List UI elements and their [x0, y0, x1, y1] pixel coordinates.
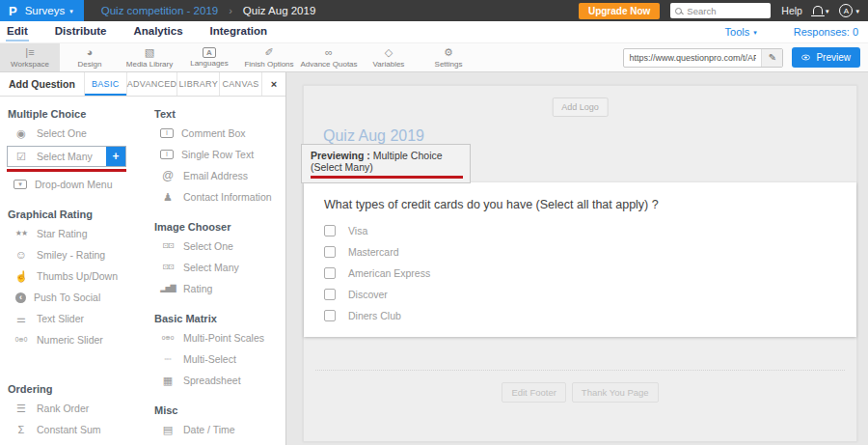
multi-select-icon: ▫▫▫ [160, 353, 176, 365]
image-icon: ▧ [145, 46, 154, 59]
thumbs-up-icon: ☝ [14, 270, 29, 282]
toolbar-label: Languages [190, 59, 229, 68]
preview-button[interactable]: Preview [792, 47, 860, 68]
breadcrumb-parent-link[interactable]: Quiz competition - 2019 [101, 5, 218, 16]
option-checkbox[interactable] [324, 246, 336, 258]
add-question-title: Add Question [0, 72, 84, 96]
question-type-email-address[interactable]: @ Email Address [145, 165, 285, 186]
option-checkbox[interactable] [324, 310, 336, 321]
question-type-date-time[interactable]: ▤ Date / Time [145, 419, 285, 440]
question-type-label: Date / Time [183, 424, 235, 435]
question-preview-panel: What types of credit cards do you have (… [304, 182, 856, 337]
survey-url-input[interactable] [624, 53, 761, 63]
question-type-label: Select Many [183, 262, 239, 273]
question-type-image-select-many[interactable]: ⊡⊡ Select Many [145, 257, 285, 278]
menu-item-analytics[interactable]: Analytics [132, 22, 183, 42]
option-label: Visa [348, 225, 367, 236]
question-type-drag-and-drop[interactable]: ↖ Drag and Drop [0, 440, 145, 445]
tab-library[interactable]: LIBRARY [176, 72, 219, 96]
question-type-multi-select[interactable]: ▫▫▫ Multi-Select [145, 348, 285, 370]
text-input-icon: I [160, 150, 174, 159]
question-type-dropdown-menu[interactable]: ▾ Drop-down Menu [0, 174, 145, 195]
question-type-image-select-one[interactable]: ⊡⊡ Select One [145, 236, 285, 257]
help-link[interactable]: Help [781, 5, 802, 16]
question-type-single-row-text[interactable]: I Single Row Text [145, 144, 285, 165]
question-type-label: Smiley - Rating [37, 249, 105, 261]
image-thumbnails-icon: ⊡⊡ [160, 262, 176, 273]
workspace-icon: |≡ [25, 46, 34, 59]
option-checkbox[interactable] [324, 225, 336, 236]
add-question-type-button[interactable]: + [106, 147, 125, 166]
search-input[interactable] [687, 6, 764, 16]
question-type-label: Contact Information [183, 191, 272, 203]
grid-icon: ▦ [160, 375, 176, 386]
toolbar-item-languages[interactable]: A Languages [179, 43, 239, 71]
tab-advanced[interactable]: ADVANCED [126, 72, 177, 96]
close-icon: × [271, 78, 277, 90]
edit-footer-button[interactable]: Edit Footer [502, 382, 565, 403]
toolbar-item-advance-quotas[interactable]: ∞ Advance Quotas [299, 43, 359, 71]
question-type-comment-box[interactable]: I Comment Box [145, 123, 285, 144]
toolbar-label: Advance Quotas [300, 60, 357, 69]
section-heading-misc: Misc [154, 404, 285, 416]
menu-item-edit[interactable]: Edit [6, 22, 29, 42]
questionpro-logo: P [9, 4, 17, 18]
add-question-tabs: Add Question BASIC ADVANCED LIBRARY CANV… [0, 72, 285, 97]
question-type-label: Spreadsheet [183, 375, 241, 386]
question-type-label: Text Slider [37, 313, 84, 324]
toolbar-item-settings[interactable]: ⚙ Settings [419, 43, 478, 71]
option-checkbox[interactable] [324, 267, 336, 279]
previewing-badge: Previewing : Multiple Choice (Select Man… [301, 144, 471, 183]
option-row: American Express [324, 266, 837, 279]
red-underline-annotation [311, 176, 463, 179]
question-type-spreadsheet[interactable]: ▦ Spreadsheet [145, 370, 285, 391]
question-type-rank-order[interactable]: ☰ Rank Order [0, 398, 145, 419]
tools-menu[interactable]: Tools ▾ [725, 26, 757, 38]
surveys-menu[interactable]: Surveys ▾ [25, 5, 73, 16]
upgrade-now-button[interactable]: Upgrade Now [579, 3, 660, 19]
question-type-numeric-slider[interactable]: 0⊕0 Numeric Slider [0, 329, 145, 350]
menu-item-distribute[interactable]: Distribute [54, 22, 108, 42]
option-checkbox[interactable] [324, 289, 336, 300]
multi-point-icon: o⊕o [160, 332, 176, 344]
question-type-smiley-rating[interactable]: ☺ Smiley - Rating [0, 244, 145, 265]
menu-bar: Edit Distribute Analytics Integration To… [0, 21, 868, 43]
slider-icon: ⚌ [14, 313, 29, 324]
toolbar-item-variables[interactable]: ◇ Variables [359, 43, 419, 71]
option-row: Discover [324, 288, 837, 300]
toolbar-label: Workspace [11, 60, 49, 69]
question-type-text-slider[interactable]: ⚌ Text Slider [0, 308, 145, 329]
edit-url-button[interactable]: ✎ [761, 49, 782, 67]
close-panel-button[interactable]: × [261, 72, 285, 96]
tab-canvas[interactable]: CANVAS [219, 72, 261, 96]
tag-icon: ◇ [385, 46, 393, 59]
add-logo-button[interactable]: Add Logo [552, 97, 609, 117]
search-box[interactable] [670, 3, 771, 18]
question-type-multi-point-scales[interactable]: o⊕o Multi-Point Scales [145, 327, 285, 348]
question-type-select-one[interactable]: ◉ Select One [0, 123, 145, 144]
smiley-icon: ☺ [14, 249, 29, 261]
tab-basic[interactable]: BASIC [84, 72, 126, 96]
question-type-contact-information[interactable]: ♟ Contact Information [145, 186, 285, 208]
responses-count-link[interactable]: Responses: 0 [794, 26, 858, 38]
toolbar-item-media-library[interactable]: ▧ Media Library [120, 43, 179, 71]
question-type-captcha[interactable]: ab Captcha [145, 440, 285, 445]
toolbar-item-design[interactable]: ◕ Design [60, 43, 120, 71]
footer-divider [315, 370, 845, 371]
menu-item-integration[interactable]: Integration [209, 22, 268, 42]
notifications-menu[interactable]: ▾ [813, 7, 829, 14]
question-type-push-to-social[interactable]: ‹ Push To Social [0, 287, 145, 308]
question-type-label: Drop-down Menu [35, 179, 113, 190]
account-menu[interactable]: A ▾ [839, 4, 859, 17]
question-type-select-many[interactable]: ☑ Select Many + [7, 146, 126, 167]
toolbar-item-finish-options[interactable]: ✐ Finish Options [239, 43, 299, 71]
question-type-label: Select One [183, 240, 233, 252]
question-type-image-rating[interactable]: ▂▅▇ Rating [145, 278, 285, 299]
question-type-star-rating[interactable]: ★★ Star Rating [0, 223, 145, 244]
question-type-thumbs-up-down[interactable]: ☝ Thumbs Up/Down [0, 265, 145, 287]
question-type-constant-sum[interactable]: Σ Constant Sum [0, 419, 145, 440]
toolbar-item-workspace[interactable]: |≡ Workspace [0, 43, 60, 71]
thank-you-page-button[interactable]: Thank You Page [572, 382, 659, 403]
toolbar-label: Finish Options [244, 60, 293, 69]
brand-area: P Surveys ▾ [0, 0, 84, 21]
